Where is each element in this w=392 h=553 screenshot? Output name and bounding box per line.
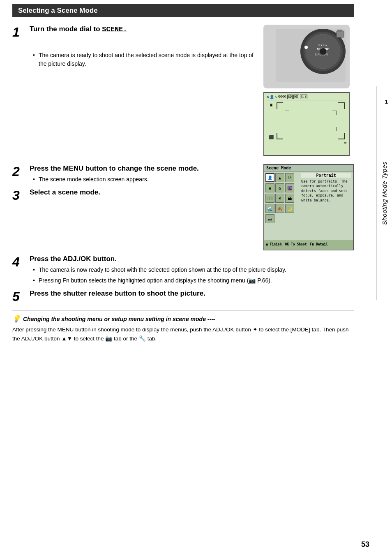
scene-screen-title: Scene Mode	[264, 165, 353, 171]
scene-icon-selected: 👤	[265, 173, 274, 182]
step1-title-text: Turn the mode dial to	[30, 25, 102, 33]
scene-bottom-menu: ▣ Finish	[266, 243, 282, 246]
camera-dial-svg: SCENE S▲Y▲ S·AUTO M	[263, 25, 350, 88]
lcd-count: 9999	[278, 95, 286, 99]
step1: 1 Turn the mode dial to SCENE.	[12, 25, 259, 39]
step1-lcd-area: The camera is ready to shoot and the sel…	[30, 51, 259, 68]
step2-left: 2 Press the MENU button to change the sc…	[12, 164, 259, 206]
section-header: Selecting a Scene Mode	[12, 4, 354, 17]
scene-icon-row-5: 📷	[265, 214, 297, 223]
bracket-tl	[277, 102, 283, 109]
step2-row: 2 Press the MENU button to change the sc…	[12, 164, 354, 250]
svg-rect-11	[337, 31, 344, 37]
scene-bottom-fn: Fn Detail	[310, 243, 328, 246]
svg-point-9	[304, 46, 308, 49]
scene-icon-7: |||	[265, 194, 274, 203]
scene-icon-row-1: 👤 ▲ 4½	[265, 173, 297, 182]
step1-lcd-screen: ⊙ 👤 ▷ 9999 SD HD 4:3 ▣ ⬛	[263, 92, 350, 156]
inner-bracket-br	[332, 127, 337, 131]
lcd-bottom-icon: ▭	[267, 140, 346, 145]
scene-icon-8: ✖	[275, 194, 284, 203]
step1-left: 1 Turn the mode dial to SCENE. The camer…	[12, 25, 259, 68]
step3-number: 3	[12, 188, 27, 202]
main-content: Selecting a Scene Mode 1 Turn the mode d…	[0, 4, 376, 343]
scene-icon-5: ✿	[275, 183, 284, 192]
lcd-brackets-area: ▣ ⬛	[267, 102, 346, 139]
tip-text: After pressing the MENU button in shooti…	[12, 325, 354, 343]
step1-right: SCENE S▲Y▲ S·AUTO M ⊙ 👤	[263, 25, 354, 156]
step3-content: Select a scene mode.	[30, 188, 259, 199]
step5: 5 Press the shutter release button to sh…	[12, 289, 354, 303]
side-tab: 1 Shooting Mode Types	[376, 86, 392, 300]
lcd-top-bar: ⊙ 👤 ▷ 9999 SD HD 4:3	[267, 95, 346, 100]
lcd-hd: HD	[293, 95, 299, 99]
inner-bracket-bl	[285, 127, 289, 131]
step1-scene-label: SCENE.	[102, 25, 127, 33]
svg-rect-12	[337, 30, 342, 32]
step4-title: Press the ADJ./OK button.	[30, 255, 354, 264]
step4-bullet1: The camera is now ready to shoot with th…	[33, 266, 354, 274]
scene-icon-row-2: ◉ ✿ 🌆	[265, 183, 297, 192]
brackets-container	[277, 102, 345, 139]
side-tab-number: 1	[385, 99, 388, 105]
scene-icon-3: 4½	[285, 173, 294, 182]
svg-text:M: M	[326, 53, 328, 56]
svg-point-10	[320, 48, 326, 55]
step2-number: 2	[12, 164, 27, 178]
scene-icon-13: 📷	[265, 214, 274, 223]
tip-bulb-icon: 💡	[12, 315, 21, 323]
bracket-bl	[277, 133, 283, 139]
step4: 4 Press the ADJ./OK button. The camera i…	[12, 255, 354, 285]
scene-icons-panel: 👤 ▲ 4½ ◉ ✿ 🌆 ||| ✖	[264, 171, 299, 240]
step1-number: 1	[12, 25, 27, 39]
lcd-left-icon2: ⬛	[269, 135, 274, 139]
svg-text:S▲Y▲: S▲Y▲	[318, 44, 327, 46]
scene-desc-title: Portrait	[301, 173, 351, 178]
step4-number: 4	[12, 255, 27, 268]
scene-icon-4: ◉	[265, 183, 274, 192]
step5-content: Press the shutter release button to shoo…	[30, 289, 354, 300]
lcd-arrow: ▷	[275, 95, 277, 99]
scene-desc-text: Use for portraits. The camera automatica…	[301, 179, 351, 203]
page-number: 53	[361, 540, 369, 549]
bracket-br	[338, 133, 345, 139]
step2-right: Scene Mode 👤 ▲ 4½ ◉ ✿	[263, 164, 354, 250]
step2: 2 Press the MENU button to change the sc…	[12, 164, 259, 184]
lcd-sd: SD	[287, 95, 293, 99]
lcd-ratio: 4:3	[300, 95, 307, 99]
step4-bullet2: Pressing Fn button selects the highlight…	[33, 276, 354, 285]
tip-header-strong: Changing the shooting menu or setup menu…	[23, 316, 215, 322]
step5-number: 5	[12, 289, 27, 303]
scene-desc-panel: Portrait Use for portraits. The camera a…	[299, 171, 353, 240]
scene-icon-row-4: 🌊 🍂 🌙	[265, 204, 297, 213]
lcd-left-strip: ▣ ⬛	[267, 102, 276, 139]
scene-icon-9: 🏔	[285, 194, 294, 203]
step1-row: 1 Turn the mode dial to SCENE. The camer…	[12, 25, 354, 156]
scene-icon-10: 🌊	[265, 204, 274, 213]
step1-content: Turn the mode dial to SCENE.	[30, 25, 259, 36]
bracket-tr	[338, 102, 345, 109]
scene-bottom-bar: ▣ Finish OK To Shoot Fn Detail	[264, 240, 353, 249]
lcd-left-icon1: ▣	[270, 102, 272, 107]
lcd-icon-cycle: ⊙	[267, 95, 269, 99]
inner-bracket-tr	[332, 111, 337, 115]
scene-icon-row-3: ||| ✖ 🏔	[265, 194, 297, 203]
step3-title: Select a scene mode.	[30, 188, 259, 197]
side-tab-text: Shooting Mode Types	[381, 162, 388, 225]
inner-bracket-tl	[285, 111, 289, 115]
tip-header-text: Changing the shooting menu or setup menu…	[23, 316, 215, 322]
step1-bullet: The camera is ready to shoot and the sel…	[33, 51, 259, 68]
scene-bottom-ok: OK To Shoot	[285, 243, 307, 246]
lcd-icon-face: 👤	[270, 95, 274, 99]
step3: 3 Select a scene mode.	[12, 188, 259, 202]
scene-icon-2: ▲	[275, 173, 284, 182]
tip-box: 💡 Changing the shooting menu or setup me…	[12, 310, 354, 343]
step2-bullet: The scene mode selection screen appears.	[33, 175, 259, 184]
scene-icon-11: 🍂	[275, 204, 284, 213]
page-wrapper: 1 Shooting Mode Types Selecting a Scene …	[0, 4, 392, 553]
scene-icon-12: 🌙	[285, 204, 294, 213]
scene-screen-body: 👤 ▲ 4½ ◉ ✿ 🌆 ||| ✖	[264, 171, 353, 240]
step2-title: Press the MENU button to change the scen…	[30, 164, 259, 173]
scene-mode-screen: Scene Mode 👤 ▲ 4½ ◉ ✿	[263, 164, 354, 250]
scene-icon-6: 🌆	[285, 183, 294, 192]
